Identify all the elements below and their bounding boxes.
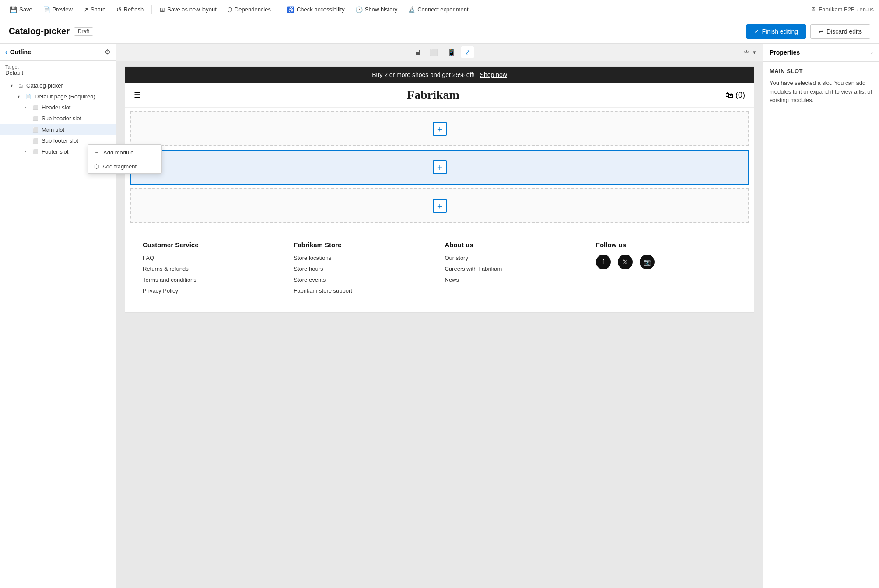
prop-slot-title: MAIN SLOT	[770, 68, 873, 74]
slot-icon: ⬜	[32, 149, 39, 154]
save-icon: 💾	[10, 6, 17, 13]
footer-col-follow-us: Follow us f 𝕏 📷	[596, 241, 736, 298]
show-history-button[interactable]: 🕐 Show history	[351, 4, 402, 15]
dependencies-icon: ⬡	[227, 6, 232, 13]
footer-link-careers[interactable]: Careers with Fabrikam	[445, 266, 585, 272]
site-icon: 🖥	[810, 6, 816, 13]
page-title: Catalog-picker	[9, 26, 70, 36]
save-button[interactable]: 💾 Save	[5, 4, 37, 15]
preview-frame: Buy 2 or more shoes and get 25% off! Sho…	[125, 66, 754, 313]
title-bar-right: ✓ Finish editing ↩ Discard edits	[746, 24, 870, 39]
checkmark-icon: ✓	[754, 28, 760, 35]
sub-footer-add-button[interactable]: ＋	[433, 199, 447, 213]
connect-experiment-button[interactable]: 🔬 Connect experiment	[403, 4, 473, 15]
chevron-right-icon: ›	[25, 105, 31, 110]
eye-icon[interactable]: 👁	[744, 49, 749, 56]
add-fragment-menu-item[interactable]: ⬡ Add fragment	[88, 160, 116, 173]
twitter-icon[interactable]: 𝕏	[618, 255, 633, 270]
share-button[interactable]: ↗ Share	[79, 4, 110, 15]
slot-icon: ⬜	[32, 127, 39, 133]
viewport-buttons: 🖥 ⬜ 📱 ⤢	[410, 46, 474, 58]
sub-footer-slot-placeholder[interactable]: ＋	[130, 188, 749, 223]
instagram-icon[interactable]: 📷	[640, 255, 655, 270]
footer-link-store-support[interactable]: Fabrikam store support	[294, 287, 434, 294]
footer-link-store-hours[interactable]: Store hours	[294, 266, 434, 272]
sidebar-header: ‹ Outline ⚙	[0, 44, 116, 61]
promo-link[interactable]: Shop now	[480, 71, 507, 78]
footer-link-returns[interactable]: Returns & refunds	[143, 266, 283, 272]
check-accessibility-button[interactable]: ♿ Check accessibility	[283, 4, 349, 15]
footer-col-customer-service: Customer Service FAQ Returns & refunds T…	[143, 241, 283, 298]
footer-follow-us-title: Follow us	[596, 241, 736, 248]
experiment-icon: 🔬	[408, 6, 415, 13]
footer-link-our-story[interactable]: Our story	[445, 255, 585, 261]
sidebar-item-catalog-picker[interactable]: ▾ 🗂 Catalog-picker	[0, 80, 116, 91]
footer-link-store-locations[interactable]: Store locations	[294, 255, 434, 261]
slot-icon: ⬜	[32, 105, 39, 110]
back-icon[interactable]: ‹	[5, 49, 7, 56]
footer-link-news[interactable]: News	[445, 276, 585, 283]
social-icons: f 𝕏 📷	[596, 255, 736, 270]
layout-icon: ⊞	[160, 6, 165, 13]
footer-fabrikam-store-title: Fabrikam Store	[294, 241, 434, 248]
hamburger-icon[interactable]: ☰	[134, 90, 141, 100]
canvas-topbar: 🖥 ⬜ 📱 ⤢ 👁 ▾	[116, 44, 763, 61]
facebook-icon[interactable]: f	[596, 255, 611, 270]
target-label: Target	[5, 64, 110, 70]
footer-about-us-title: About us	[445, 241, 585, 248]
sidebar-title: ‹ Outline	[5, 49, 31, 56]
properties-panel: Properties › MAIN SLOT You have selected…	[763, 44, 879, 588]
footer-grid: Customer Service FAQ Returns & refunds T…	[143, 241, 736, 298]
prop-description: You have selected a slot. You can add mo…	[770, 79, 873, 105]
footer-link-terms[interactable]: Terms and conditions	[143, 276, 283, 283]
discard-edits-button[interactable]: ↩ Discard edits	[810, 24, 870, 39]
chevron-placeholder	[25, 116, 31, 121]
page-icon: 📄	[25, 94, 32, 99]
footer-link-store-events[interactable]: Store events	[294, 276, 434, 283]
chevron-down-icon[interactable]: ▾	[753, 49, 756, 56]
footer-col-fabrikam-store: Fabrikam Store Store locations Store hou…	[294, 241, 434, 298]
dependencies-button[interactable]: ⬡ Dependencies	[223, 4, 275, 15]
preview-icon: 📄	[43, 6, 50, 13]
footer-link-faq[interactable]: FAQ	[143, 255, 283, 261]
main-slot-add-button[interactable]: ＋	[433, 160, 447, 174]
chevron-down-icon: ▾	[18, 94, 24, 99]
preview-footer: Customer Service FAQ Returns & refunds T…	[125, 227, 754, 312]
preview-button[interactable]: 📄 Preview	[39, 4, 77, 15]
sidebar: ‹ Outline ⚙ Target Default ▾ 🗂 Catalog-p…	[0, 44, 116, 588]
add-module-menu-item[interactable]: ＋ Add module	[88, 145, 116, 160]
canvas-area: 🖥 ⬜ 📱 ⤢ 👁 ▾ Buy 2 or more shoes and get …	[116, 44, 763, 588]
main-layout: ‹ Outline ⚙ Target Default ▾ 🗂 Catalog-p…	[0, 44, 879, 588]
main-slot-placeholder[interactable]: Main slot ▾ ＋	[130, 150, 749, 185]
expand-panel-icon[interactable]: ›	[871, 49, 873, 56]
sidebar-item-sub-header-slot[interactable]: ⬜ Sub header slot	[0, 113, 116, 124]
page-header: ☰ Fabrikam 🛍 (0)	[125, 83, 754, 108]
sidebar-item-main-slot[interactable]: ⬜ Main slot ···	[0, 124, 116, 135]
cart-icon[interactable]: 🛍 (0)	[725, 91, 745, 100]
desktop-viewport-button[interactable]: 🖥	[410, 46, 424, 58]
gear-icon[interactable]: ⚙	[105, 48, 110, 56]
finish-editing-button[interactable]: ✓ Finish editing	[746, 24, 806, 39]
more-options-icon[interactable]: ···	[105, 126, 110, 133]
sub-header-slot-placeholder[interactable]: ＋	[130, 111, 749, 146]
catalog-icon: 🗂	[18, 83, 23, 88]
footer-link-privacy[interactable]: Privacy Policy	[143, 287, 283, 294]
title-bar-left: Catalog-picker Draft	[9, 26, 93, 36]
expand-viewport-button[interactable]: ⤢	[461, 46, 474, 58]
chevron-placeholder	[25, 138, 31, 143]
accessibility-icon: ♿	[287, 6, 294, 13]
save-as-layout-button[interactable]: ⊞ Save as new layout	[155, 4, 221, 15]
share-icon: ↗	[83, 6, 88, 13]
sidebar-item-default-page[interactable]: ▾ 📄 Default page (Required)	[0, 91, 116, 102]
slot-icon: ⬜	[32, 138, 39, 144]
context-menu: ＋ Add module ⬡ Add fragment	[88, 144, 116, 174]
refresh-button[interactable]: ↺ Refresh	[112, 4, 148, 15]
footer-col-about-us: About us Our story Careers with Fabrikam…	[445, 241, 585, 298]
sidebar-item-header-slot[interactable]: › ⬜ Header slot	[0, 102, 116, 113]
tablet-landscape-viewport-button[interactable]: ⬜	[426, 46, 442, 58]
add-fragment-icon: ⬡	[94, 163, 99, 170]
properties-header: Properties ›	[763, 44, 879, 62]
sub-header-add-button[interactable]: ＋	[433, 122, 447, 136]
mobile-viewport-button[interactable]: 📱	[444, 46, 459, 58]
draft-badge: Draft	[74, 27, 93, 36]
